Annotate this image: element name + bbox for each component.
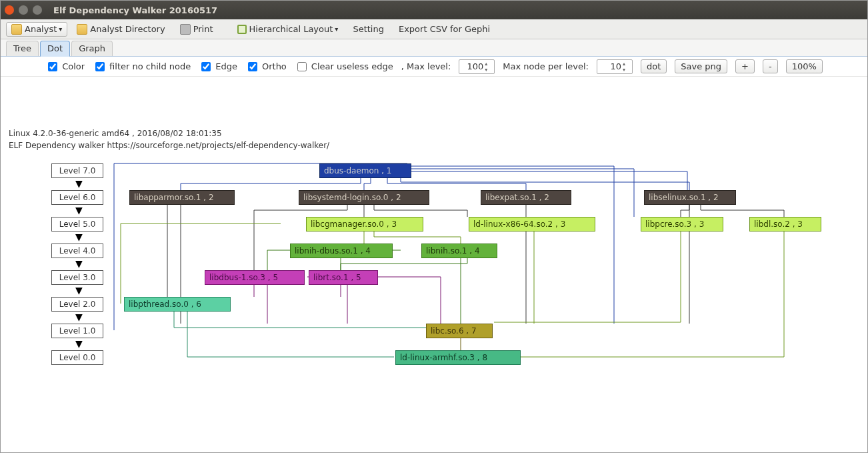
layout-label: Hierarchical Layout [249, 24, 333, 34]
node-libpthread[interactable]: libpthread.so.0 , 6 [124, 297, 231, 312]
max-node-label: Max node per level: [503, 61, 589, 71]
level-box-6: Level 6.0 [51, 190, 103, 205]
spinner-icon[interactable]: ▴▾ [485, 61, 493, 73]
tab-dot[interactable]: Dot [40, 41, 70, 57]
system-info-line: Linux 4.2.0-36-generic amd64 , 2016/08/0… [9, 129, 222, 138]
window-title: Elf Dependency Walker 20160517 [53, 5, 217, 15]
node-dbus-daemon[interactable]: dbus-daemon , 1 [319, 163, 411, 178]
max-node-input[interactable]: 10 ▴▾ [597, 59, 633, 74]
arrow-down-icon: ▼ [75, 205, 83, 215]
main-toolbar: Analyst ▾ Analyst Directory Print Hierar… [1, 19, 867, 39]
titlebar: Elf Dependency Walker 20160517 [1, 1, 867, 19]
node-libc[interactable]: libc.so.6 , 7 [426, 324, 493, 338]
options-bar: Color filter no child node Edge Ortho Cl… [1, 57, 867, 77]
arrow-down-icon: ▼ [75, 258, 83, 269]
level-box-0: Level 0.0 [51, 350, 103, 365]
window-close-button[interactable] [5, 5, 14, 15]
project-info-line: ELF Dependency walker https://sourceforg… [9, 141, 329, 150]
analyst-menu-button[interactable]: Analyst ▾ [6, 22, 67, 37]
filter-label: filter no child node [109, 61, 191, 71]
dot-button[interactable]: dot [641, 59, 667, 73]
clear-edge-checkbox[interactable]: Clear useless edge [295, 60, 393, 73]
level-box-7: Level 7.0 [51, 163, 103, 178]
zoom-in-button[interactable]: + [735, 59, 755, 73]
analyst-label: Analyst [25, 24, 57, 34]
node-libpcre[interactable]: libpcre.so.3 , 3 [641, 217, 723, 232]
layout-icon [237, 25, 247, 34]
level-box-3: Level 3.0 [51, 270, 103, 285]
folder-icon [11, 24, 22, 35]
node-libnih[interactable]: libnih.so.1 , 4 [421, 244, 497, 258]
node-libselinux[interactable]: libselinux.so.1 , 2 [644, 190, 736, 205]
folder-icon [77, 24, 87, 35]
level-box-2: Level 2.0 [51, 297, 103, 312]
arrow-down-icon: ▼ [75, 312, 83, 322]
export-label: Export CSV for Gephi [399, 24, 490, 34]
save-png-button[interactable]: Save png [675, 59, 727, 73]
analyst-directory-button[interactable]: Analyst Directory [71, 22, 170, 37]
setting-label: Setting [353, 24, 384, 34]
view-tabs: Tree Dot Graph [1, 39, 867, 57]
ortho-checkbox[interactable]: Ortho [245, 60, 287, 73]
node-libapparmor[interactable]: libapparmor.so.1 , 2 [129, 190, 235, 205]
level-box-4: Level 4.0 [51, 244, 103, 258]
layout-menu-button[interactable]: Hierarchical Layout ▾ [232, 22, 344, 36]
graph-canvas[interactable]: Linux 4.2.0-36-generic amd64 , 2016/08/0… [1, 77, 867, 453]
level-box-1: Level 1.0 [51, 324, 103, 338]
max-level-value: 100 [467, 61, 484, 71]
node-libcgmanager[interactable]: libcgmanager.so.0 , 3 [306, 217, 423, 232]
edge-label: Edge [215, 61, 237, 71]
analyst-directory-label: Analyst Directory [90, 24, 165, 34]
window-maximize-button[interactable] [33, 5, 42, 15]
node-ld-linux-armhf[interactable]: ld-linux-armhf.so.3 , 8 [395, 350, 521, 365]
spinner-icon[interactable]: ▴▾ [623, 61, 631, 73]
zoom-level-button[interactable]: 100% [786, 59, 823, 73]
node-libsystemd-login[interactable]: libsystemd-login.so.0 , 2 [299, 190, 429, 205]
node-librt[interactable]: librt.so.1 , 5 [309, 270, 378, 285]
print-icon [180, 24, 191, 35]
window-minimize-button[interactable] [19, 5, 28, 15]
node-ld-linux-x86-64[interactable]: ld-linux-x86-64.so.2 , 3 [469, 217, 595, 232]
filter-input[interactable] [95, 62, 105, 71]
filter-checkbox[interactable]: filter no child node [93, 60, 191, 73]
arrow-down-icon: ▼ [75, 285, 83, 296]
arrow-down-icon: ▼ [75, 338, 83, 349]
print-label: Print [193, 24, 213, 34]
color-checkbox[interactable]: Color [45, 60, 85, 73]
max-level-label: , Max level: [401, 61, 451, 71]
arrow-down-icon: ▼ [75, 232, 83, 242]
node-libdl[interactable]: libdl.so.2 , 3 [749, 217, 821, 232]
setting-button[interactable]: Setting [347, 22, 389, 36]
edge-checkbox[interactable]: Edge [199, 60, 237, 73]
clear-edge-input[interactable] [297, 62, 307, 71]
chevron-down-icon: ▾ [335, 25, 338, 33]
zoom-out-button[interactable]: - [763, 59, 778, 73]
level-box-5: Level 5.0 [51, 217, 103, 232]
node-libnih-dbus[interactable]: libnih-dbus.so.1 , 4 [290, 244, 393, 258]
node-libdbus-1[interactable]: libdbus-1.so.3 , 5 [205, 270, 305, 285]
max-level-input[interactable]: 100 ▴▾ [459, 59, 495, 74]
max-node-value: 10 [610, 61, 621, 71]
node-libexpat[interactable]: libexpat.so.1 , 2 [481, 190, 571, 205]
ortho-input[interactable] [248, 62, 257, 71]
arrow-down-icon: ▼ [75, 178, 83, 189]
export-csv-button[interactable]: Export CSV for Gephi [393, 22, 495, 36]
tab-tree[interactable]: Tree [6, 41, 39, 56]
print-button[interactable]: Print [175, 22, 219, 37]
color-input[interactable] [48, 62, 57, 71]
ortho-label: Ortho [262, 61, 287, 71]
edge-input[interactable] [201, 62, 211, 71]
tab-graph[interactable]: Graph [71, 41, 113, 56]
clear-edge-label: Clear useless edge [311, 61, 393, 71]
color-label: Color [62, 61, 85, 71]
chevron-down-icon: ▾ [59, 25, 62, 33]
